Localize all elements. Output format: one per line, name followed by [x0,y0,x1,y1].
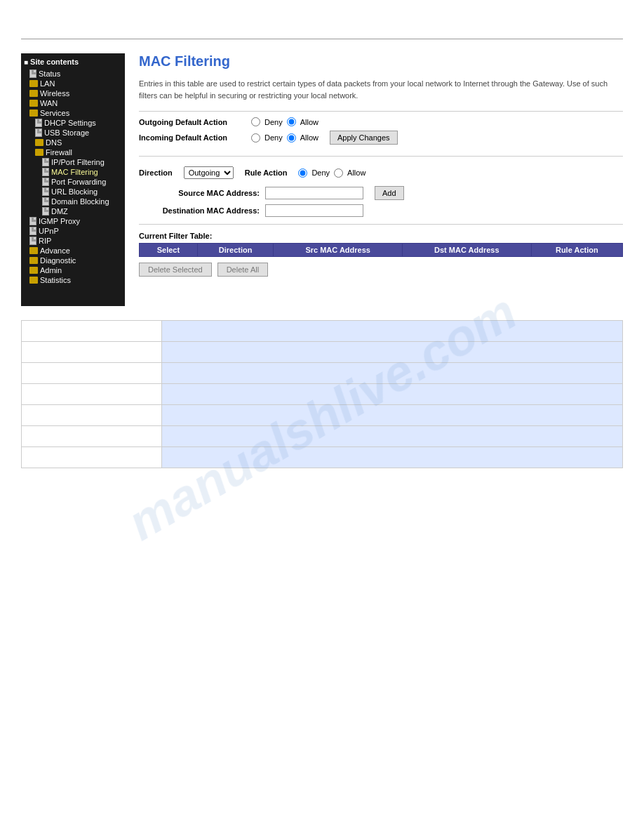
outgoing-default-row: Outgoing Default Action Deny Allow [139,117,623,126]
sidebar-item-label-lan: LAN [40,79,55,88]
table-section: Current Filter Table: Select Direction S… [139,232,623,277]
bottom-table-cell-6-1 [162,447,623,468]
bottom-table-cell-3-0 [22,384,162,405]
sidebar-item-advance[interactable]: Advance [24,246,122,256]
doc-icon-urlblocking [42,187,49,196]
rule-deny-label: Deny [311,168,330,177]
sidebar-item-services[interactable]: Services [24,108,122,118]
col-dst-mac: Dst MAC Address [403,244,532,257]
sidebar-item-label-domainblocking: Domain Blocking [51,197,109,206]
outgoing-allow-radio[interactable] [287,117,296,126]
folder-icon-firewall [35,149,43,156]
sidebar-item-statistics[interactable]: Statistics [24,275,122,285]
delete-all-button[interactable]: Delete All [217,263,268,277]
incoming-label: Incoming Default Action [139,133,251,142]
src-mac-label: Source MAC Address: [139,189,265,197]
direction-rule-row: Direction Outgoing Incoming Rule Action … [139,166,623,179]
sidebar-item-label-ipport: IP/Port Filtering [51,158,105,166]
main-content: MAC Filtering Entries in this table are … [139,53,623,306]
sidebar-item-status[interactable]: Status [24,69,122,79]
sidebar-item-wan[interactable]: WAN [24,98,122,108]
sidebar-item-domainblocking[interactable]: Domain Blocking [24,197,122,206]
bottom-table-row [22,342,623,363]
add-button[interactable]: Add [375,186,404,200]
bottom-table-cell-5-0 [22,426,162,447]
sidebar-item-upnp[interactable]: UPnP [24,226,122,236]
divider-1 [139,111,623,112]
page-title: MAC Filtering [139,53,623,70]
doc-icon-upnp [29,227,36,235]
sidebar-item-portfwd[interactable]: Port Forwarding [24,177,122,187]
bottom-table-section [21,320,623,468]
sidebar-item-label-dmz: DMZ [51,207,68,216]
dst-mac-input[interactable] [265,204,363,217]
sidebar: ■ Site contents StatusLANWirelessWANServ… [21,53,125,306]
sidebar-item-label-urlblocking: URL Blocking [51,187,98,196]
col-direction: Direction [197,244,273,257]
filter-table-title: Current Filter Table: [139,232,623,240]
incoming-allow-radio[interactable] [287,133,296,143]
sidebar-item-urlblocking[interactable]: URL Blocking [24,187,122,197]
doc-icon-igmp [29,217,36,225]
sidebar-item-label-statistics: Statistics [40,276,71,284]
col-select: Select [140,244,198,257]
doc-icon-rip [29,237,36,245]
col-src-mac: Src MAC Address [274,244,403,257]
outgoing-deny-radio[interactable] [251,117,260,126]
incoming-deny-radio[interactable] [251,133,260,143]
sidebar-item-usb[interactable]: USB Storage [24,128,122,138]
sidebar-item-lan[interactable]: LAN [24,79,122,88]
sidebar-item-label-advance: Advance [40,246,70,255]
sidebar-item-ipport[interactable]: IP/Port Filtering [24,157,122,167]
sidebar-item-dmz[interactable]: DMZ [24,206,122,216]
outgoing-deny-label: Deny [264,118,283,126]
page-description: Entries in this table are used to restri… [139,78,623,101]
sidebar-item-firewall[interactable]: Firewall [24,147,122,157]
incoming-deny-label: Deny [264,133,283,142]
sidebar-item-label-diagnostic: Diagnostic [40,256,76,265]
folder-icon-diagnostic [29,257,38,264]
rule-action-group: Deny Allow [298,168,365,178]
direction-select[interactable]: Outgoing Incoming [184,166,234,179]
outgoing-allow-label: Allow [300,118,318,126]
bottom-table [21,320,623,468]
sidebar-title: ■ Site contents [24,58,122,66]
bottom-table-body [22,321,623,468]
folder-icon-dns [35,139,43,146]
src-mac-row: Source MAC Address: Add [139,186,623,200]
src-mac-input[interactable] [265,187,363,199]
sidebar-item-dns[interactable]: DNS [24,138,122,147]
bottom-table-row [22,447,623,468]
incoming-allow-label: Allow [300,133,318,142]
bottom-table-cell-2-0 [22,363,162,384]
delete-selected-button[interactable]: Delete Selected [139,263,212,277]
sidebar-item-admin[interactable]: Admin [24,265,122,275]
sidebar-item-wireless[interactable]: Wireless [24,88,122,98]
doc-icon-dhcp [35,119,42,127]
sidebar-item-diagnostic[interactable]: Diagnostic [24,256,122,265]
sidebar-title-icon: ■ [24,58,28,66]
bottom-table-row [22,321,623,342]
sidebar-item-macfiltering[interactable]: MAC Filtering [24,167,122,177]
rule-deny-radio[interactable] [298,168,307,178]
action-buttons: Delete Selected Delete All [139,263,623,277]
doc-icon-usb [35,128,42,137]
bottom-table-cell-1-1 [162,342,623,363]
sidebar-item-dhcp[interactable]: DHCP Settings [24,118,122,128]
incoming-radio-group: Deny Allow Apply Changes [251,131,398,145]
bottom-table-row [22,405,623,426]
bottom-table-row [22,384,623,405]
apply-changes-button[interactable]: Apply Changes [330,131,398,145]
sidebar-item-label-igmp: IGMP Proxy [39,217,80,225]
sidebar-item-igmp[interactable]: IGMP Proxy [24,216,122,226]
outgoing-label: Outgoing Default Action [139,118,251,126]
sidebar-item-rip[interactable]: RIP [24,236,122,246]
mac-fields: Source MAC Address: Add Destination MAC … [139,186,623,217]
rule-allow-radio[interactable] [334,168,343,178]
bottom-table-cell-5-1 [162,426,623,447]
folder-icon-services [29,110,38,117]
outgoing-radio-group: Deny Allow [251,117,318,126]
sidebar-item-label-admin: Admin [40,266,62,274]
sidebar-item-label-usb: USB Storage [44,128,89,137]
doc-icon-status [29,70,36,78]
